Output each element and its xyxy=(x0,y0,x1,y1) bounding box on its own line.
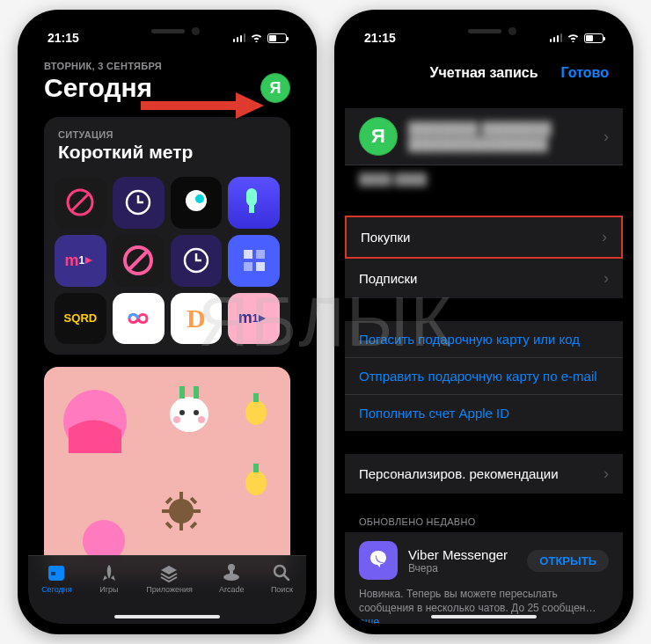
chevron-right-icon: › xyxy=(603,128,609,146)
svg-rect-37 xyxy=(190,497,197,504)
row-label: Отправить подарочную карту по e-mail xyxy=(359,369,597,384)
tab-bar: Сегодня Игры Приложения Arcade Поиск xyxy=(28,555,306,624)
done-button[interactable]: Готово xyxy=(561,65,609,81)
status-time: 21:15 xyxy=(364,31,396,45)
update-item: Viber Messenger Вчера ОТКРЫТЬ Новинка. Т… xyxy=(345,532,623,624)
rocket-icon xyxy=(99,563,120,582)
nav-title: Учетная запись xyxy=(430,65,538,81)
tab-label: Игры xyxy=(99,585,118,594)
svg-point-26 xyxy=(245,400,267,425)
arcade-icon xyxy=(221,563,242,582)
svg-point-25 xyxy=(198,416,205,423)
svg-rect-27 xyxy=(253,393,259,402)
svg-rect-7 xyxy=(246,188,257,206)
svg-rect-32 xyxy=(179,492,183,501)
svg-marker-17 xyxy=(259,315,266,322)
row-label: Пополнить счет Apple ID xyxy=(359,406,509,421)
svg-point-22 xyxy=(179,410,185,415)
subscriptions-row[interactable]: Подписки › xyxy=(345,259,623,298)
search-icon xyxy=(271,563,292,582)
app-icon[interactable]: D xyxy=(171,293,223,345)
add-funds-row[interactable]: Пополнить счет Apple ID xyxy=(345,395,623,431)
page-title: Сегодня xyxy=(44,73,152,103)
purchases-row[interactable]: Покупки › xyxy=(345,216,623,259)
svg-rect-35 xyxy=(192,509,201,513)
open-button[interactable]: ОТКРЫТЬ xyxy=(527,550,609,572)
viber-icon[interactable] xyxy=(359,541,398,580)
story-card-pixel[interactable] xyxy=(44,367,290,578)
app-icon[interactable]: m1 xyxy=(228,293,280,345)
annotation-arrow xyxy=(141,92,264,119)
tab-label: Поиск xyxy=(271,585,293,594)
status-time: 21:15 xyxy=(48,31,79,45)
tab-search[interactable]: Поиск xyxy=(271,563,293,594)
card-eyebrow: СИТУАЦИЯ xyxy=(58,129,276,140)
app-icon[interactable] xyxy=(228,235,280,287)
svg-rect-39 xyxy=(190,522,197,529)
svg-rect-29 xyxy=(253,464,259,472)
tab-label: Сегодня xyxy=(41,585,72,594)
app-icon[interactable] xyxy=(113,177,165,229)
app-name: Viber Messenger xyxy=(408,547,516,562)
chevron-right-icon: › xyxy=(603,465,609,483)
svg-marker-1 xyxy=(236,92,264,119)
svg-point-24 xyxy=(173,416,180,423)
phone-left: 21:15 ВТОРНИК, 3 СЕНТЯБРЯ Сегодня Я xyxy=(18,10,317,634)
svg-rect-21 xyxy=(194,386,199,399)
svg-rect-8 xyxy=(249,204,254,213)
battery-icon xyxy=(267,33,287,43)
app-icon[interactable] xyxy=(171,177,223,229)
svg-point-45 xyxy=(228,564,235,571)
personalized-row[interactable]: Персонализиров. рекомендации › xyxy=(345,454,623,494)
tab-games[interactable]: Игры xyxy=(99,563,120,594)
svg-line-3 xyxy=(72,194,88,210)
phone-right: 21:15 Учетная запись Готово Я ████████ █… xyxy=(334,10,633,634)
svg-rect-13 xyxy=(244,250,252,259)
more-link[interactable]: еще xyxy=(359,616,379,624)
chevron-right-icon: › xyxy=(602,228,607,246)
svg-rect-41 xyxy=(48,566,64,571)
home-indicator[interactable] xyxy=(431,615,537,618)
row-label: Погасить подарочную карту или код xyxy=(359,332,580,347)
battery-icon xyxy=(584,33,603,43)
svg-rect-36 xyxy=(165,497,172,504)
chevron-right-icon: › xyxy=(603,269,609,288)
tab-arcade[interactable]: Arcade xyxy=(219,563,245,594)
wifi-icon xyxy=(567,32,580,45)
app-icon[interactable] xyxy=(171,235,223,287)
card-title: Короткий метр xyxy=(58,142,276,163)
app-icon[interactable] xyxy=(55,177,106,229)
app-icon[interactable] xyxy=(113,235,165,287)
tab-label: Arcade xyxy=(219,585,245,594)
svg-rect-42 xyxy=(51,572,55,575)
row-label: Персонализиров. рекомендации xyxy=(359,466,559,481)
tab-apps[interactable]: Приложения xyxy=(146,563,193,594)
svg-rect-33 xyxy=(179,522,183,531)
svg-line-11 xyxy=(128,251,148,270)
send-gift-row[interactable]: Отправить подарочную карту по e-mail xyxy=(345,358,623,395)
row-label: Покупки xyxy=(361,230,410,245)
tab-today[interactable]: Сегодня xyxy=(41,563,72,594)
account-avatar[interactable]: Я xyxy=(260,73,290,103)
svg-rect-16 xyxy=(256,262,265,271)
svg-point-6 xyxy=(195,194,204,203)
svg-rect-38 xyxy=(165,522,172,529)
home-indicator[interactable] xyxy=(114,615,220,618)
svg-rect-0 xyxy=(141,101,238,110)
app-icon[interactable] xyxy=(228,177,280,229)
svg-point-23 xyxy=(194,410,199,415)
redeem-row[interactable]: Погасить подарочную карту или код xyxy=(345,321,623,358)
story-card-apps[interactable]: СИТУАЦИЯ Короткий метр m1 SQRD D m1 xyxy=(44,117,290,355)
notch xyxy=(413,20,554,43)
account-profile-row[interactable]: Я ████████ ████████ ████████████████ › xyxy=(345,108,623,165)
account-name: ████████ ████████ xyxy=(408,121,593,136)
credit-balance: ████ ████ xyxy=(345,165,623,193)
svg-point-31 xyxy=(169,499,194,523)
app-icon[interactable]: SQRD xyxy=(55,293,106,345)
app-icon[interactable] xyxy=(113,293,165,345)
svg-marker-9 xyxy=(85,257,92,264)
updated-recently-header: ОБНОВЛЕНО НЕДАВНО xyxy=(345,516,623,532)
svg-rect-14 xyxy=(256,250,265,259)
app-icon[interactable]: m1 xyxy=(55,235,106,287)
account-email: ████████████████ xyxy=(408,136,593,152)
